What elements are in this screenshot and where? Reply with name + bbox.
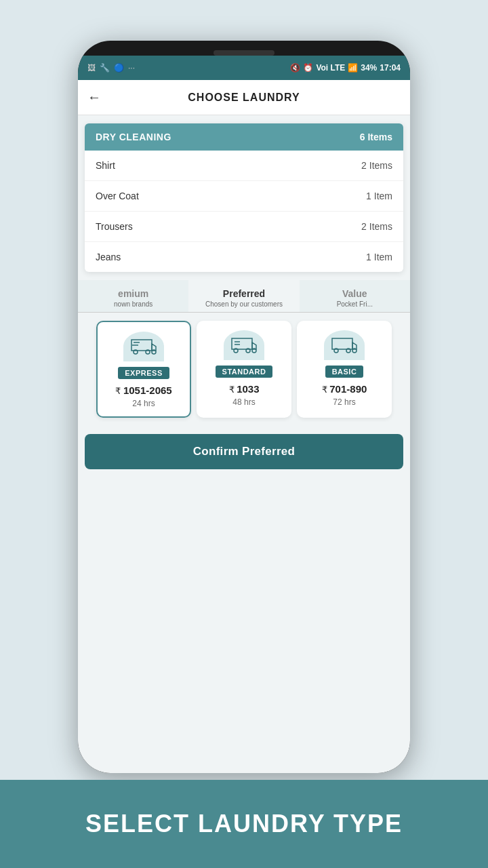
express-badge: EXPRESS bbox=[118, 367, 169, 379]
item-name-trousers: Trousers bbox=[96, 221, 133, 232]
item-count-jeans: 1 Item bbox=[366, 252, 392, 262]
app-header: ← CHOOSE LAUNDRY bbox=[78, 80, 410, 115]
back-button[interactable]: ← bbox=[87, 90, 101, 105]
tab-premium-label: emium bbox=[118, 288, 148, 299]
tab-value-sub: Pocket Fri... bbox=[337, 300, 373, 308]
item-count-overcoat: 1 Item bbox=[366, 191, 392, 201]
category-total-count: 6 Items bbox=[360, 132, 392, 142]
express-price: ₹ 1051-2065 bbox=[115, 384, 171, 396]
phone-frame: 🖼 🔧 🔵 ··· 🔇 ⏰ Voi LTE 📶 34% 17:04 ← CHOO… bbox=[78, 41, 410, 773]
item-row: Over Coat 1 Item bbox=[85, 181, 403, 212]
delivery-card-standard[interactable]: STANDARD ₹ 1033 48 hrs bbox=[197, 321, 291, 418]
time-label: 17:04 bbox=[380, 63, 401, 73]
status-right-info: 🔇 ⏰ Voi LTE 📶 34% 17:04 bbox=[290, 63, 401, 73]
tab-preferred-sub: Chosen by our customers bbox=[205, 300, 283, 308]
tab-value[interactable]: Value Pocket Fri... bbox=[300, 280, 410, 312]
circle-icon: 🔵 bbox=[114, 63, 124, 73]
item-count-trousers: 2 Items bbox=[361, 221, 392, 232]
standard-truck-icon bbox=[224, 330, 264, 360]
battery-label: 34% bbox=[361, 63, 377, 73]
category-name: DRY CLEANING bbox=[96, 132, 171, 142]
item-name-overcoat: Over Coat bbox=[96, 191, 139, 201]
tab-value-label: Value bbox=[342, 288, 367, 299]
basic-time: 72 hrs bbox=[333, 397, 355, 407]
express-truck-icon bbox=[123, 332, 164, 361]
alarm-icon: ⏰ bbox=[303, 63, 313, 73]
category-header: DRY CLEANING 6 Items bbox=[85, 123, 403, 151]
screen: ← CHOOSE LAUNDRY DRY CLEANING 6 Items Sh… bbox=[78, 80, 410, 773]
bottom-banner: SELECT LAUNDRY TYPE bbox=[0, 780, 488, 868]
confirm-button-container: Confirm Preferred bbox=[78, 426, 410, 477]
item-name-jeans: Jeans bbox=[96, 252, 121, 262]
item-name-shirt: Shirt bbox=[96, 160, 115, 171]
item-count-shirt: 2 Items bbox=[361, 160, 392, 171]
basic-badge: BASIC bbox=[325, 366, 364, 378]
delivery-card-express[interactable]: EXPRESS ₹ 1051-2065 24 hrs bbox=[96, 321, 191, 418]
tab-preferred-label: Preferred bbox=[223, 288, 265, 299]
service-tabs: emium nown brands Preferred Chosen by ou… bbox=[78, 280, 410, 313]
page-title: CHOOSE LAUNDRY bbox=[188, 92, 300, 104]
item-row: Shirt 2 Items bbox=[85, 151, 403, 181]
tab-premium-sub: nown brands bbox=[114, 300, 152, 308]
standard-badge: STANDARD bbox=[216, 366, 273, 378]
tab-preferred[interactable]: Preferred Chosen by our customers bbox=[188, 280, 299, 312]
status-bar: 🖼 🔧 🔵 ··· 🔇 ⏰ Voi LTE 📶 34% 17:04 bbox=[78, 56, 410, 80]
phone-speaker bbox=[214, 50, 274, 56]
item-row: Jeans 1 Item bbox=[85, 242, 403, 272]
dots-icon: ··· bbox=[128, 63, 135, 73]
wifi-icon: 📶 bbox=[348, 63, 358, 73]
signal-label: Voi LTE bbox=[316, 63, 345, 73]
basic-price: ₹ 701-890 bbox=[322, 383, 367, 395]
items-card: DRY CLEANING 6 Items Shirt 2 Items Over … bbox=[85, 123, 403, 272]
express-time: 24 hrs bbox=[132, 399, 155, 408]
standard-price: ₹ 1033 bbox=[229, 383, 260, 395]
settings-icon: 🔧 bbox=[100, 63, 110, 73]
standard-time: 48 hrs bbox=[232, 397, 255, 407]
tab-premium[interactable]: emium nown brands bbox=[78, 280, 188, 312]
confirm-preferred-button[interactable]: Confirm Preferred bbox=[85, 434, 403, 469]
image-icon: 🖼 bbox=[87, 63, 96, 73]
status-left-icons: 🖼 🔧 🔵 ··· bbox=[87, 63, 135, 73]
delivery-card-basic[interactable]: BASIC ₹ 701-890 72 hrs bbox=[297, 321, 392, 418]
delivery-options: EXPRESS ₹ 1051-2065 24 hrs bbox=[78, 313, 410, 426]
basic-truck-icon bbox=[324, 330, 365, 360]
mute-icon: 🔇 bbox=[290, 63, 300, 73]
item-row: Trousers 2 Items bbox=[85, 212, 403, 242]
bottom-banner-text: SELECT LAUNDRY TYPE bbox=[85, 810, 403, 838]
